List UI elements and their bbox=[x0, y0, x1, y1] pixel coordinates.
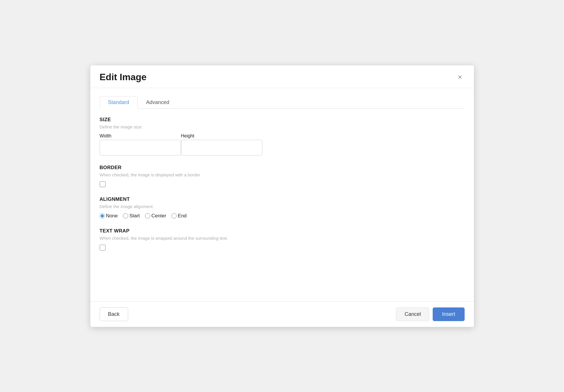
radio-start-label: Start bbox=[129, 213, 140, 219]
tab-standard[interactable]: Standard bbox=[100, 96, 138, 109]
radio-end[interactable] bbox=[171, 213, 177, 219]
radio-start[interactable] bbox=[123, 213, 128, 219]
alignment-section-title: ALIGNMENT bbox=[100, 196, 465, 202]
width-field: Width bbox=[100, 133, 181, 155]
insert-button[interactable]: Insert bbox=[433, 307, 464, 321]
border-section-desc: When checked, the image is displayed wit… bbox=[100, 172, 465, 177]
radio-center[interactable] bbox=[145, 213, 150, 219]
height-field: Height bbox=[181, 133, 262, 155]
size-fields-row: Width Height bbox=[100, 133, 465, 155]
tabs-container: Standard Advanced bbox=[100, 96, 465, 109]
size-section-title: SIZE bbox=[100, 117, 465, 123]
dialog-header: Edit Image × bbox=[90, 65, 474, 88]
radio-option-start: Start bbox=[123, 213, 140, 219]
dialog-footer: Back Cancel Insert bbox=[90, 301, 474, 327]
radio-none-label: None bbox=[106, 213, 118, 219]
textwrap-checkbox-wrap bbox=[100, 245, 465, 250]
radio-option-center: Center bbox=[145, 213, 166, 219]
tab-advanced[interactable]: Advanced bbox=[138, 96, 178, 109]
size-section-desc: Define the image size. bbox=[100, 124, 465, 129]
section-alignment: ALIGNMENT Define the image alignment. No… bbox=[100, 196, 465, 219]
border-checkbox[interactable] bbox=[100, 181, 105, 187]
dialog-title: Edit Image bbox=[100, 72, 147, 83]
textwrap-section-title: TEXT WRAP bbox=[100, 228, 465, 234]
radio-center-label: Center bbox=[151, 213, 166, 219]
alignment-section-desc: Define the image alignment. bbox=[100, 204, 465, 209]
footer-left: Back bbox=[100, 307, 128, 321]
edit-image-dialog: Edit Image × Standard Advanced SIZE Defi… bbox=[90, 65, 474, 327]
dialog-body: Standard Advanced SIZE Define the image … bbox=[90, 88, 474, 301]
width-input[interactable] bbox=[100, 140, 181, 155]
section-textwrap: TEXT WRAP When checked, the image is wra… bbox=[100, 228, 465, 250]
radio-none[interactable] bbox=[100, 213, 105, 219]
border-checkbox-wrap bbox=[100, 181, 465, 187]
back-button[interactable]: Back bbox=[100, 307, 128, 321]
alignment-radio-group: None Start Center End bbox=[100, 213, 465, 219]
height-label: Height bbox=[181, 133, 262, 139]
border-section-title: BORDER bbox=[100, 165, 465, 171]
cancel-button[interactable]: Cancel bbox=[396, 307, 429, 321]
section-size: SIZE Define the image size. Width Height bbox=[100, 117, 465, 155]
height-input[interactable] bbox=[181, 140, 262, 155]
section-border: BORDER When checked, the image is displa… bbox=[100, 165, 465, 187]
textwrap-checkbox[interactable] bbox=[100, 245, 105, 250]
radio-option-end: End bbox=[171, 213, 187, 219]
radio-end-label: End bbox=[178, 213, 187, 219]
textwrap-section-desc: When checked, the image is wrapped aroun… bbox=[100, 236, 465, 241]
width-label: Width bbox=[100, 133, 181, 139]
radio-option-none: None bbox=[100, 213, 118, 219]
footer-right: Cancel Insert bbox=[396, 307, 464, 321]
close-button[interactable]: × bbox=[455, 72, 464, 82]
